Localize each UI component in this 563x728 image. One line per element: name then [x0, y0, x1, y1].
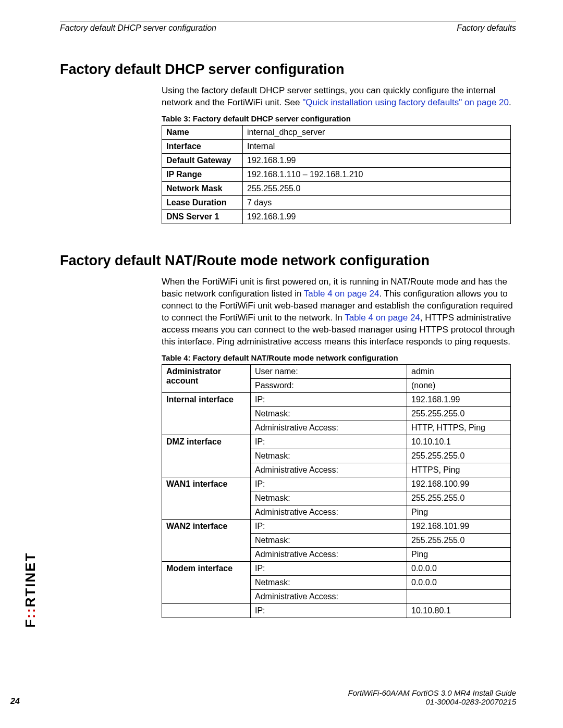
section-1-paragraph: Using the factory default DHCP server se…: [162, 85, 516, 109]
cfg-value: [407, 589, 511, 603]
cfg-key: Administrative Access:: [251, 547, 407, 561]
table-row: InterfaceInternal: [162, 139, 511, 153]
table-row: Network Mask255.255.255.0: [162, 181, 511, 195]
table4-link-1[interactable]: Table 4 on page 24: [304, 289, 380, 299]
cfg-value: admin: [407, 364, 511, 378]
cfg-value: 0.0.0.0: [407, 561, 511, 575]
table-row: Nameinternal_dhcp_server: [162, 125, 511, 139]
table-3: Nameinternal_dhcp_serverInterfaceInterna…: [162, 125, 511, 224]
running-head-left: Factory default DHCP server configuratio…: [60, 23, 216, 33]
cfg-value: 192.168.101.99: [407, 519, 511, 533]
cfg-key: Password:: [251, 378, 407, 392]
cfg-key: IP:: [251, 392, 407, 406]
cfg-key: Administrative Access:: [251, 589, 407, 603]
cfg-value: 255.255.255.0: [407, 406, 511, 421]
table-row: IP:10.10.80.1: [162, 603, 511, 618]
table-row: Modem interfaceIP:0.0.0.0: [162, 561, 511, 575]
table-row: Administrator accountUser name:admin: [162, 364, 511, 378]
cfg-value: HTTPS, Ping: [407, 463, 511, 477]
cfg-value: Internal: [243, 139, 511, 153]
cfg-value: Ping: [407, 547, 511, 561]
cfg-key: Netmask:: [251, 575, 407, 589]
cfg-value: 255.255.255.0: [243, 181, 511, 195]
cfg-key: IP:: [251, 477, 407, 491]
table-row: Default Gateway192.168.1.99: [162, 153, 511, 167]
section-1-title: Factory default DHCP server configuratio…: [60, 61, 516, 78]
cfg-value: 192.168.1.99: [407, 392, 511, 406]
cfg-value: 255.255.255.0: [407, 491, 511, 505]
cfg-value: 10.10.10.1: [407, 435, 511, 449]
cfg-key: Netmask:: [251, 533, 407, 547]
table-row: WAN2 interfaceIP:192.168.101.99: [162, 519, 511, 533]
cfg-label: Default Gateway: [162, 153, 243, 167]
table4-link-2[interactable]: Table 4 on page 24: [345, 313, 420, 323]
cfg-label: Name: [162, 125, 243, 139]
cfg-value: 192.168.100.99: [407, 477, 511, 491]
page-footer: 24 FortiWiFi-60A/AM FortiOS 3.0 MR4 Inst…: [60, 688, 516, 706]
cfg-group-label: [162, 603, 251, 618]
cfg-key: User name:: [251, 364, 407, 378]
table-row: WAN1 interfaceIP:192.168.100.99: [162, 477, 511, 491]
cfg-value: Ping: [407, 505, 511, 519]
cfg-value: internal_dhcp_server: [243, 125, 511, 139]
cfg-value: (none): [407, 378, 511, 392]
cfg-group-label: WAN1 interface: [162, 477, 251, 519]
para-text-end: .: [509, 97, 511, 107]
table-4-caption: Table 4: Factory default NAT/Route mode …: [162, 353, 516, 362]
cfg-group-label: Internal interface: [162, 392, 251, 435]
footer-title: FortiWiFi-60A/AM FortiOS 3.0 MR4 Install…: [60, 688, 516, 697]
cfg-value: 255.255.255.0: [407, 533, 511, 547]
table-4: Administrator accountUser name:adminPass…: [162, 364, 511, 618]
running-head: Factory default DHCP server configuratio…: [60, 23, 516, 33]
cfg-label: Lease Duration: [162, 195, 243, 209]
cfg-key: Administrative Access:: [251, 421, 407, 435]
cfg-value: 192.168.1.99: [243, 153, 511, 167]
table-row: IP Range192.168.1.110 – 192.168.1.210: [162, 167, 511, 181]
cfg-group-label: WAN2 interface: [162, 519, 251, 561]
cfg-key: IP:: [251, 435, 407, 449]
table-row: Lease Duration7 days: [162, 195, 511, 209]
fortinet-logo: F::RTINET: [22, 533, 42, 647]
cfg-key: IP:: [251, 519, 407, 533]
running-head-right: Factory defaults: [457, 23, 516, 33]
svg-text:F::RTINET: F::RTINET: [22, 552, 38, 627]
cfg-key: Netmask:: [251, 491, 407, 505]
cfg-value: 7 days: [243, 195, 511, 209]
cfg-key: Netmask:: [251, 406, 407, 421]
table-row: DNS Server 1192.168.1.99: [162, 209, 511, 224]
cfg-value: 0.0.0.0: [407, 575, 511, 589]
quick-install-link[interactable]: "Quick installation using factory defaul…: [302, 97, 509, 107]
cfg-key: IP:: [251, 603, 407, 618]
cfg-value: 255.255.255.0: [407, 449, 511, 463]
cfg-group-label: Modem interface: [162, 561, 251, 603]
cfg-label: Network Mask: [162, 181, 243, 195]
cfg-label: DNS Server 1: [162, 209, 243, 224]
cfg-label: Interface: [162, 139, 243, 153]
cfg-group-label: DMZ interface: [162, 435, 251, 477]
cfg-key: Netmask:: [251, 449, 407, 463]
table-row: DMZ interfaceIP:10.10.10.1: [162, 435, 511, 449]
cfg-group-label: Administrator account: [162, 364, 251, 392]
cfg-label: IP Range: [162, 167, 243, 181]
section-2-title: Factory default NAT/Route mode network c…: [60, 253, 516, 269]
cfg-value: HTTP, HTTPS, Ping: [407, 421, 511, 435]
page-number: 24: [10, 697, 20, 706]
cfg-key: Administrative Access:: [251, 463, 407, 477]
table-row: Internal interfaceIP:192.168.1.99: [162, 392, 511, 406]
cfg-key: Administrative Access:: [251, 505, 407, 519]
cfg-key: IP:: [251, 561, 407, 575]
footer-docid: 01-30004-0283-20070215: [60, 697, 516, 706]
section-2-paragraph: When the FortiWiFi unit is first powered…: [162, 276, 516, 348]
cfg-value: 10.10.80.1: [407, 603, 511, 618]
cfg-value: 192.168.1.110 – 192.168.1.210: [243, 167, 511, 181]
table-3-caption: Table 3: Factory default DHCP server con…: [162, 114, 516, 123]
cfg-value: 192.168.1.99: [243, 209, 511, 224]
